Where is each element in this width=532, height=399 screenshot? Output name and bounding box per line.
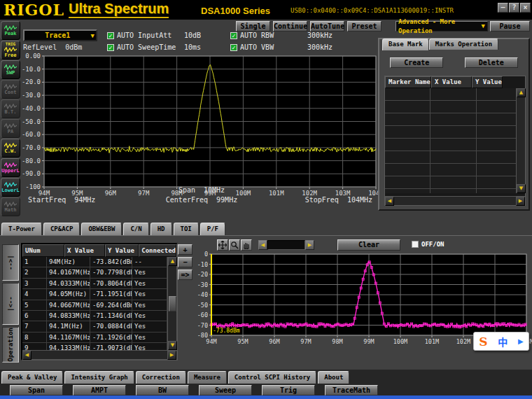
- scroll-left-icon[interactable]: ◀: [22, 351, 31, 360]
- marker-panel-tab[interactable]: Base Mark: [382, 38, 429, 50]
- marker-table-vscrollbar[interactable]: ▲ ▼: [516, 88, 525, 193]
- minimize-button[interactable]: —: [498, 3, 508, 13]
- scroll-up-icon[interactable]: ▲: [517, 88, 526, 97]
- menu-button[interactable]: BW: [136, 385, 189, 396]
- move-crosshair-icon[interactable]: [217, 239, 228, 251]
- measure-tab[interactable]: TOI: [174, 223, 199, 235]
- marker-panel-tab[interactable]: Marks Operation: [429, 38, 498, 50]
- main-spectrum-plot: 94M95M96M97M98M99M100M101M102M103M104M0.…: [21, 52, 382, 200]
- advanced-operation-dropdown[interactable]: Advanced - More Operation ▼: [396, 21, 488, 31]
- transfer-button[interactable]: |<--: [2, 283, 19, 325]
- measure-tab[interactable]: T-Power: [1, 223, 42, 235]
- sidebar-tool-button[interactable]: SWP: [1, 60, 20, 79]
- ref-level-value: 0dBm: [65, 43, 82, 51]
- sidebar-tool-button[interactable]: B.T.: [1, 99, 20, 118]
- bottom-tab[interactable]: About: [318, 371, 349, 384]
- measure-tab[interactable]: CP&ACP: [43, 223, 80, 235]
- scroll-right-icon[interactable]: ▶: [516, 197, 525, 206]
- measure-tab[interactable]: OBW&EBW: [81, 223, 122, 235]
- pan-hand-icon[interactable]: [241, 239, 252, 251]
- auto-checkbox-row: ✓ AUTO SweepTime 10ms: [107, 42, 230, 52]
- table-row[interactable]: 8 94.1167M(Hz -71.1926(dB Yes: [22, 332, 167, 343]
- measure-tab[interactable]: HD: [150, 223, 172, 235]
- checkbox-checked-icon[interactable]: ✓: [230, 44, 237, 51]
- scroll-left-icon[interactable]: ◀: [385, 197, 394, 206]
- table-row[interactable]: 5 94.0667M(Hz -69.264(dBm Yes: [22, 300, 167, 311]
- measure-tab[interactable]: P/F: [200, 223, 225, 235]
- menu-button[interactable]: Span: [10, 385, 63, 396]
- menu-button[interactable]: TraceMath: [325, 385, 378, 396]
- sidebar-tool-button[interactable]: C.W.: [1, 139, 20, 158]
- table-row[interactable]: 2 94.0167M(Hz -70.7798(dB Yes: [22, 267, 167, 278]
- chevron-down-icon: ▼: [91, 32, 96, 39]
- checkbox-label: AUTO RBW: [240, 31, 307, 39]
- checkbox-checked-icon[interactable]: ✓: [230, 32, 237, 39]
- table-row[interactable]: 6 94.0833M(Hz -71.1346(dB Yes: [22, 311, 167, 321]
- advanced-operation-label: Advanced - More Operation: [398, 18, 482, 36]
- transfer-button[interactable]: -->|: [2, 244, 19, 281]
- create-marker-button[interactable]: Create: [390, 57, 443, 68]
- ime-indicator[interactable]: S 中 ▶: [473, 332, 529, 351]
- zoom-tool-icon[interactable]: [229, 239, 240, 251]
- sidebar-tool-button[interactable]: LowerL: [1, 178, 20, 197]
- marker-table-column-header[interactable]: Marker Name: [385, 76, 431, 88]
- results-column-header[interactable]: X Value: [64, 244, 105, 257]
- scroll-right-icon[interactable]: ▶: [167, 351, 176, 360]
- offon-checkbox[interactable]: OFF/ON: [412, 241, 444, 248]
- bottom-tab[interactable]: Correction: [136, 371, 186, 384]
- sidebar-tool-button[interactable]: PA: [1, 119, 20, 138]
- checkbox-unchecked-icon[interactable]: [412, 241, 419, 248]
- scroll-down-icon[interactable]: ▼: [517, 184, 526, 193]
- sidebar-tool-button[interactable]: Math: [1, 197, 20, 216]
- sidebar-tool-button[interactable]: Peak: [1, 21, 20, 40]
- cell-xvalue: 94.0333M(Hz: [47, 279, 90, 288]
- spinner-left-icon[interactable]: ◀: [258, 240, 267, 250]
- marker-table-hscrollbar[interactable]: ◀ ▶: [385, 196, 525, 205]
- checkbox-checked-icon[interactable]: ✓: [107, 44, 114, 51]
- results-column-header[interactable]: UNum: [22, 244, 64, 257]
- menu-button[interactable]: AMPT: [73, 385, 126, 396]
- delete-marker-button[interactable]: Delete: [465, 57, 518, 68]
- bottom-tab[interactable]: Peak & Valley: [1, 371, 63, 384]
- clear-button[interactable]: Clear: [337, 239, 400, 251]
- marker-buttons: Create Delete: [379, 57, 528, 68]
- results-column-header[interactable]: Y Value: [105, 244, 139, 257]
- table-row[interactable]: 3 94.0333M(Hz -70.8064(dB Yes: [22, 279, 167, 289]
- cell-xvalue: 94.1M(Hz): [47, 321, 90, 331]
- menu-button[interactable]: Sweep: [199, 385, 252, 396]
- menu-button[interactable]: Trig: [262, 385, 315, 396]
- run-button[interactable]: Preset: [347, 21, 382, 31]
- chevron-down-icon: ▼: [482, 22, 485, 31]
- auto-checkbox-row: ✓ AUTO RBW 300kHz: [230, 30, 332, 41]
- sidebar-tool-button[interactable]: TRIG Free: [1, 41, 20, 59]
- marker-table-column-header[interactable]: Y Value: [472, 76, 503, 88]
- sidebar-button-label: UpperL: [1, 168, 19, 174]
- spinner-right-icon[interactable]: ▶: [305, 240, 314, 250]
- close-button[interactable]: ×: [520, 3, 531, 13]
- results-vscrollbar[interactable]: ▲ ▼: [167, 257, 176, 350]
- sidebar-tool-button[interactable]: UpperL: [1, 158, 20, 177]
- scroll-down-icon[interactable]: ▼: [168, 341, 177, 350]
- bottom-tab[interactable]: Intensity Graph: [64, 371, 134, 384]
- marker-table-column-header[interactable]: X Value: [431, 76, 472, 88]
- transfer-button[interactable]: Operation: [2, 327, 19, 363]
- checkbox-checked-icon[interactable]: ✓: [107, 32, 114, 39]
- results-column-header[interactable]: Connected: [139, 244, 176, 257]
- scroll-up-icon[interactable]: ▲: [168, 257, 177, 266]
- help-button[interactable]: ?: [509, 3, 519, 13]
- measure-tab[interactable]: C/N: [123, 223, 148, 235]
- scrollbar-thumb[interactable]: [169, 296, 176, 312]
- cell-yvalue: -70.7798(dB: [90, 267, 132, 277]
- bottom-tab[interactable]: Control SCPI History: [228, 371, 316, 384]
- results-hscrollbar[interactable]: ◀ ▶: [22, 350, 176, 359]
- table-row[interactable]: 4 94.05M(Hz) -71.1951(dB Yes: [22, 289, 167, 300]
- bottom-tab[interactable]: Measure: [188, 371, 227, 384]
- table-row[interactable]: 1 94M(Hz) -73.842(dBm --: [22, 257, 167, 267]
- ref-level-readout: RefLevel 0dBm: [23, 43, 82, 51]
- pause-button[interactable]: Pause: [490, 21, 530, 31]
- marker-panel-tabs: Base MarkMarks Operation: [382, 38, 498, 50]
- spinner-field[interactable]: [267, 240, 305, 250]
- trace-select-dropdown[interactable]: Trace1 ▼: [23, 29, 97, 41]
- table-row[interactable]: 7 94.1M(Hz) -70.0884(dB Yes: [22, 321, 167, 332]
- sidebar-tool-button[interactable]: Cont: [1, 80, 20, 99]
